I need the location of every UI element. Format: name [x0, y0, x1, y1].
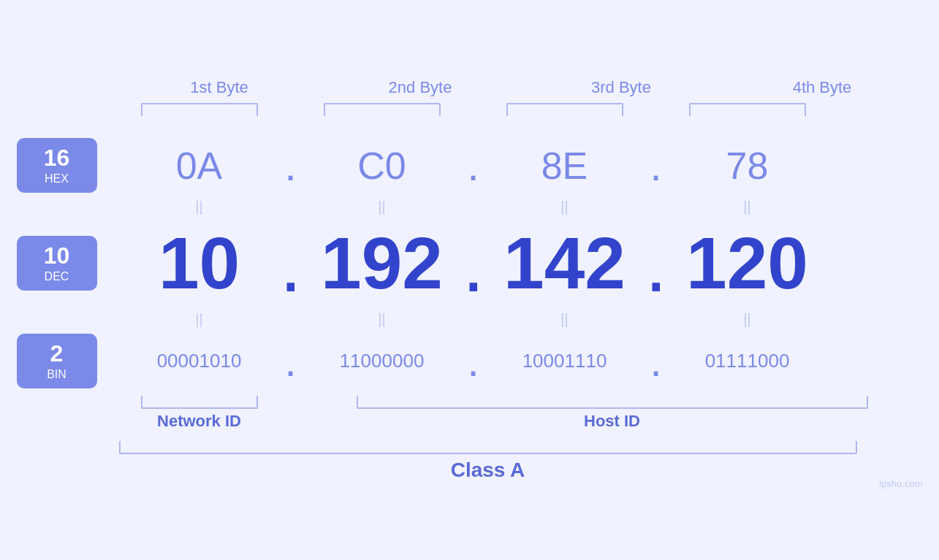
hex-byte-2: C0 [302, 144, 463, 188]
byte-label-1: 1st Byte [139, 78, 300, 97]
equals-row-1: || || || || [17, 199, 923, 215]
dec-byte-1: 10 [119, 221, 280, 305]
top-bracket-2 [302, 103, 463, 116]
host-id-section: Host ID [302, 412, 923, 431]
hex-dot-2: . [463, 144, 484, 188]
watermark: ipshu.com [879, 478, 922, 489]
host-bracket-cell [302, 396, 923, 409]
hex-byte-1: 0A [119, 144, 280, 188]
host-bracket [357, 396, 868, 409]
bin-label: BIN [47, 368, 66, 381]
eq1-1: || [119, 199, 280, 215]
top-brackets-row [17, 103, 923, 116]
eq1-3: || [484, 199, 645, 215]
bin-row: 2 BIN 00001010 . 11000000 . 10001110 . 0… [17, 334, 923, 388]
id-labels-row: Network ID Host ID [17, 412, 923, 431]
dec-byte-4: 120 [667, 221, 828, 305]
hex-label: HEX [45, 172, 69, 185]
dec-row: 10 DEC 10 . 192 . 142 . 120 [17, 221, 923, 305]
dec-number: 10 [44, 244, 70, 267]
eq2-2: || [302, 311, 463, 328]
dec-byte-2: 192 [302, 221, 463, 305]
hex-row: 16 HEX 0A . C0 . 8E . 78 [17, 138, 923, 193]
class-section: Class A [17, 441, 923, 482]
class-bracket [119, 441, 857, 454]
hex-byte-3: 8E [484, 144, 645, 188]
network-id-section: Network ID [119, 412, 280, 431]
eq2-4: || [667, 311, 828, 328]
class-label: Class A [119, 459, 857, 482]
network-bracket [141, 396, 258, 409]
hex-badge: 16 HEX [17, 138, 97, 193]
ip-diagram: 1st Byte 2nd Byte 3rd Byte 4th Byte 16 H… [17, 78, 923, 482]
eq1-2: || [302, 199, 463, 215]
dec-dot-1: . [280, 223, 302, 304]
network-id-label: Network ID [157, 412, 241, 430]
byte-label-4: 4th Byte [742, 78, 902, 97]
bin-byte-2: 11000000 [302, 350, 463, 372]
id-brackets-bottom [17, 396, 923, 409]
host-id-label: Host ID [584, 412, 640, 430]
bin-dot-2: . [463, 340, 484, 383]
hex-dot-1: . [280, 144, 302, 188]
byte-label-2: 2nd Byte [340, 78, 501, 97]
bin-byte-4: 01111000 [667, 350, 828, 372]
dec-byte-3: 142 [484, 221, 645, 305]
bin-dot-1: . [280, 340, 302, 383]
bin-values: 00001010 . 11000000 . 10001110 . 0111100… [119, 340, 923, 383]
hex-values: 0A . C0 . 8E . 78 [119, 144, 923, 188]
equals-row-2: || || || || [17, 311, 923, 328]
bin-number: 2 [50, 342, 64, 365]
bin-badge: 2 BIN [17, 334, 97, 388]
dec-dot-2: . [463, 223, 484, 304]
bin-byte-3: 10001110 [484, 350, 645, 372]
hex-byte-4: 78 [667, 144, 828, 188]
byte-label-3: 3rd Byte [541, 78, 702, 97]
top-bracket-4 [667, 103, 828, 116]
bin-dot-3: . [645, 340, 667, 383]
top-bracket-3 [484, 103, 645, 116]
eq2-3: || [484, 311, 645, 328]
dec-dot-3: . [645, 223, 667, 304]
dec-values: 10 . 192 . 142 . 120 [119, 221, 923, 305]
bin-byte-1: 00001010 [119, 350, 280, 372]
hex-dot-3: . [645, 144, 667, 188]
eq2-1: || [119, 311, 280, 328]
top-bracket-1 [119, 103, 280, 116]
byte-labels-row: 1st Byte 2nd Byte 3rd Byte 4th Byte [17, 78, 923, 97]
dec-badge: 10 DEC [17, 236, 97, 291]
eq1-4: || [667, 199, 828, 215]
dec-label: DEC [45, 270, 69, 283]
hex-number: 16 [44, 146, 70, 169]
network-bracket-cell [119, 396, 280, 409]
